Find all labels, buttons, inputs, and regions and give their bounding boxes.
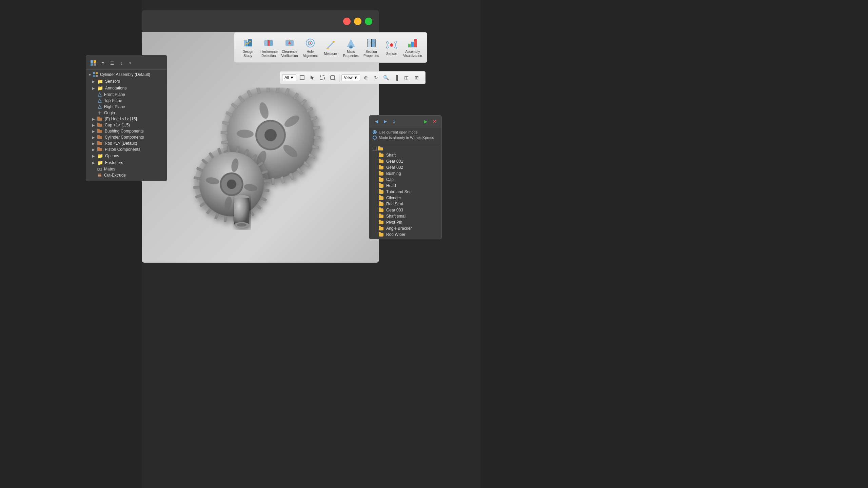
panel-component-gear-002[interactable]: Gear 002 <box>369 164 441 170</box>
svg-rect-14 <box>314 136 320 139</box>
tree-item-top-plane[interactable]: Top Plane <box>86 98 167 104</box>
piston-components-label: Piston Components <box>105 147 140 152</box>
close-button[interactable] <box>343 18 351 25</box>
tree-item-rod[interactable]: ▶ Rod <1> (Default) <box>86 140 167 146</box>
tree-item-fasteners[interactable]: ▶ 📁 Fasteners <box>86 159 167 166</box>
tree-item-front-plane[interactable]: Front Plane <box>86 92 167 98</box>
minimize-button[interactable] <box>354 18 361 25</box>
component-label-shaft: Shaft <box>386 153 396 158</box>
select-tool-button[interactable] <box>298 73 307 82</box>
component-label-tube-and-seal: Tube and Seal <box>386 189 413 194</box>
panel-component-gear-003[interactable]: Gear 003 <box>369 207 441 213</box>
tree-icon-list[interactable]: ≡ <box>99 59 106 67</box>
panel-component-cilynder[interactable]: Cilynder <box>369 195 441 201</box>
tree-collapse-arrow[interactable]: ▼ <box>127 60 133 66</box>
panel-options: Use current open mode Mode is already in… <box>369 127 441 144</box>
panel-component-head[interactable]: Head <box>369 183 441 189</box>
root-expand-icon: ▼ <box>88 73 92 77</box>
pan-button[interactable]: ⊕ <box>361 73 370 82</box>
tree-root[interactable]: ▼ Cylinder Assembly (Default) <box>86 71 167 78</box>
measure-icon <box>324 39 337 51</box>
svg-rect-115 <box>91 60 93 63</box>
maximize-button[interactable] <box>365 18 372 25</box>
annotations-label: Annotations <box>105 86 126 90</box>
svg-rect-107 <box>408 44 411 47</box>
panel-back-button[interactable]: ◀ <box>373 118 380 125</box>
panel-tree-root-checkbox[interactable] <box>373 147 377 151</box>
filter-dropdown[interactable]: All ▼ <box>282 74 296 81</box>
view-orient-button[interactable]: ◫ <box>402 73 411 82</box>
top-plane-label: Top Plane <box>104 98 122 103</box>
box-select-button[interactable] <box>318 73 327 82</box>
panel-component-shaft-small[interactable]: Shaft small <box>369 213 441 219</box>
filter-label: All <box>284 75 289 80</box>
svg-rect-82 <box>268 40 270 46</box>
gear-visualization <box>176 88 345 230</box>
panel-info-button[interactable]: ℹ <box>390 118 398 125</box>
clearance-verification-button[interactable]: Clearence Verification <box>279 36 300 59</box>
component-label-cap: Cap <box>386 177 394 182</box>
tree-item-annotations[interactable]: ▶ 📁 Annotations <box>86 85 167 92</box>
lasso-select-button[interactable] <box>328 73 337 82</box>
svg-rect-150 <box>378 146 380 148</box>
panel-component-tube-and-seal[interactable]: Tube and Seal <box>369 189 441 195</box>
panel-component-cap[interactable]: Cap <box>369 177 441 183</box>
tree-item-sensors[interactable]: ▶ 📁 Sensors <box>86 78 167 85</box>
sensor-button[interactable]: Sensor <box>381 38 402 57</box>
tree-icon-component[interactable] <box>90 59 97 67</box>
design-study-button[interactable]: Design Study <box>238 36 258 59</box>
svg-rect-145 <box>100 168 102 170</box>
toolbar-divider <box>339 74 339 82</box>
panel-component-pivot-pin[interactable]: Pivot Pin <box>369 219 441 225</box>
tree-item-cylinder-components[interactable]: ▶ Cylinder Components <box>86 134 167 140</box>
tree-item-bushing-components[interactable]: ▶ Bushing Components <box>86 128 167 134</box>
rotate-button[interactable]: ↻ <box>372 73 380 82</box>
tree-item-origin[interactable]: Origin <box>86 110 167 116</box>
svg-rect-21 <box>272 178 275 185</box>
view-dropdown[interactable]: View ▼ <box>341 74 360 81</box>
panel-component-gear-001[interactable]: Gear 001 <box>369 158 441 164</box>
assembly-visualization-button[interactable]: Assembly Visualization <box>402 36 423 59</box>
svg-rect-133 <box>97 117 100 118</box>
svg-rect-62 <box>193 186 200 189</box>
fasteners-label: Fasteners <box>105 160 123 165</box>
tree-item-head[interactable]: ▶ (F) Head <1> [15] <box>86 116 167 122</box>
zoom-button[interactable]: 🔍 <box>382 73 391 82</box>
svg-rect-143 <box>97 147 100 148</box>
hole-alignment-button[interactable]: Hole Alignment <box>300 36 320 59</box>
component-label-rod-wiber: Rod Wiber <box>386 232 406 237</box>
tree-item-mates[interactable]: Mates <box>86 166 167 172</box>
tree-item-cap[interactable]: ▶ Cap <1> (1,5) <box>86 122 167 128</box>
cursor-button[interactable] <box>308 73 317 82</box>
tree-item-cut-extrude[interactable]: Cut-Extrude <box>86 172 167 178</box>
panel-component-rod-seal[interactable]: Rod Seal <box>369 201 441 207</box>
mass-properties-button[interactable]: Mass Properties <box>341 36 361 59</box>
root-label: Cylinder Assembly (Default) <box>100 72 150 77</box>
svg-rect-121 <box>93 75 95 77</box>
panel-component-bushing[interactable]: Bushing <box>369 170 441 177</box>
panel-component-angle-bracker[interactable]: Angle Bracker <box>369 225 441 231</box>
tree-item-right-plane[interactable]: Right Plane <box>86 104 167 110</box>
panel-play-button[interactable]: ▶ <box>422 118 429 125</box>
panel-forward-button[interactable]: ▶ <box>381 118 389 125</box>
fit-all-button[interactable]: ⊞ <box>412 73 421 82</box>
interference-detection-button[interactable]: Interference Detection <box>258 36 279 59</box>
tree-item-piston-components[interactable]: ▶ Piston Components <box>86 146 167 152</box>
tree-icon-sort[interactable]: ↕ <box>118 59 125 67</box>
tree-item-options[interactable]: ▶ 📁 Options <box>86 152 167 159</box>
svg-rect-119 <box>93 72 95 74</box>
svg-marker-125 <box>98 99 101 102</box>
component-list: Shaft Gear 001 Gear 002 Bushing Cap Head… <box>369 152 441 238</box>
panel-component-shaft[interactable]: Shaft <box>369 152 441 158</box>
section-properties-label: Section Properties <box>363 50 379 58</box>
section-properties-button[interactable]: Section Properties <box>361 36 381 59</box>
panel-component-rod-wiber[interactable]: Rod Wiber <box>369 231 441 238</box>
section-view-button[interactable]: ▐ <box>392 73 401 82</box>
radio-mode-worckxpress[interactable]: Mode is already in WorcksXpress <box>373 136 438 140</box>
rod-label: Rod <1> (Default) <box>105 141 137 146</box>
measure-button[interactable]: Measure <box>320 38 341 57</box>
panel-close-button[interactable]: ✕ <box>431 118 438 125</box>
radio-use-current[interactable]: Use current open mode <box>373 130 438 134</box>
tree-icon-properties[interactable]: ☰ <box>108 59 116 67</box>
svg-rect-74 <box>234 198 249 225</box>
